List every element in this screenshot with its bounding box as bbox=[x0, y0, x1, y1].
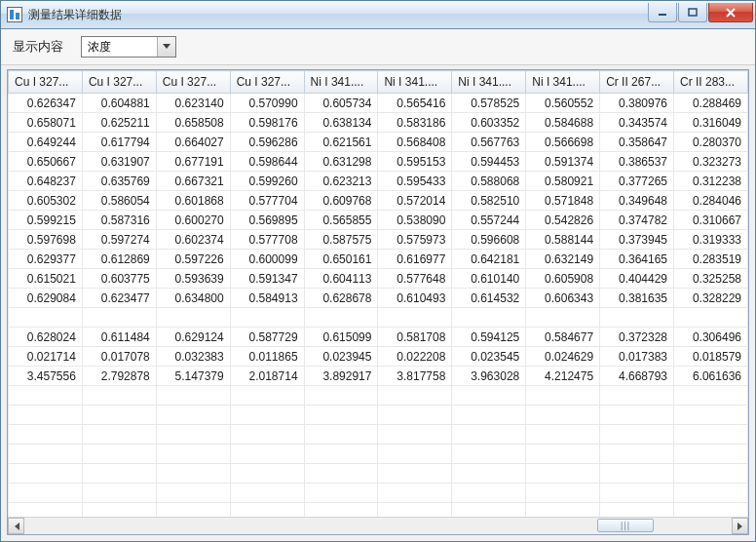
grid-body[interactable]: Cu I 327...Cu I 327...Cu I 327...Cu I 32… bbox=[8, 70, 748, 517]
table-cell bbox=[9, 386, 83, 406]
table-cell bbox=[378, 503, 452, 518]
table-cell: 0.605908 bbox=[526, 269, 600, 289]
table-row[interactable]: 0.6492440.6177940.6640270.5962860.621561… bbox=[9, 133, 748, 152]
table-cell: 0.380976 bbox=[600, 94, 674, 113]
table-cell: 0.609768 bbox=[304, 191, 378, 211]
table-cell: 0.612869 bbox=[82, 250, 156, 269]
table-row[interactable]: 0.6280240.6114840.6291240.5877290.615099… bbox=[9, 328, 748, 347]
table-cell: 0.611484 bbox=[82, 328, 156, 347]
table-cell: 0.364165 bbox=[600, 250, 674, 269]
table-cell: 0.572014 bbox=[378, 191, 452, 211]
title-bar[interactable]: 测量结果详细数据 bbox=[1, 1, 755, 29]
table-cell bbox=[9, 484, 83, 503]
table-cell bbox=[452, 445, 526, 464]
column-header[interactable]: Ni I 341.... bbox=[452, 71, 526, 94]
chevron-down-icon[interactable] bbox=[157, 37, 175, 57]
table-row[interactable]: 0.6580710.6252110.6585080.5981760.638134… bbox=[9, 113, 748, 133]
table-cell: 0.595433 bbox=[378, 172, 452, 191]
table-cell bbox=[674, 308, 748, 328]
column-header[interactable]: Cr II 267... bbox=[600, 71, 674, 94]
table-cell: 0.404429 bbox=[600, 269, 674, 289]
table-cell: 0.599215 bbox=[9, 211, 83, 230]
column-header[interactable]: Cu I 327... bbox=[9, 71, 83, 94]
table-row[interactable]: 0.6482370.6357690.6673210.5992600.623213… bbox=[9, 172, 748, 191]
table-cell: 0.288469 bbox=[674, 94, 748, 113]
table-row[interactable]: 0.6053020.5860540.6018680.5777040.609768… bbox=[9, 191, 748, 211]
table-cell bbox=[304, 445, 378, 464]
table-row[interactable]: 3.4575562.7928785.1473792.0187143.892917… bbox=[9, 367, 748, 386]
table-row[interactable] bbox=[9, 386, 748, 406]
table-row[interactable] bbox=[9, 503, 748, 518]
table-cell bbox=[378, 484, 452, 503]
table-row[interactable] bbox=[9, 484, 748, 503]
table-row[interactable]: 0.6150210.6037750.5936390.5913470.604113… bbox=[9, 269, 748, 289]
table-row[interactable] bbox=[9, 308, 748, 328]
app-icon bbox=[7, 7, 22, 22]
table-row[interactable] bbox=[9, 406, 748, 425]
table-cell: 0.595153 bbox=[378, 152, 452, 172]
horizontal-scrollbar[interactable]: ||| bbox=[8, 517, 748, 534]
table-cell bbox=[304, 308, 378, 328]
column-header[interactable]: Ni I 341.... bbox=[526, 71, 600, 94]
table-row[interactable]: 0.5976980.5972740.6023740.5777080.587575… bbox=[9, 230, 748, 250]
table-cell: 0.599260 bbox=[230, 172, 304, 191]
table-cell bbox=[674, 445, 748, 464]
table-cell: 0.596286 bbox=[230, 133, 304, 152]
table-cell bbox=[378, 445, 452, 464]
table-cell: 0.312238 bbox=[674, 172, 748, 191]
table-cell bbox=[378, 406, 452, 425]
table-row[interactable]: 0.5992150.5873160.6002700.5698950.565855… bbox=[9, 211, 748, 230]
table-cell: 0.570990 bbox=[230, 94, 304, 113]
table-cell bbox=[82, 484, 156, 503]
minimize-button[interactable] bbox=[648, 3, 677, 22]
table-row[interactable]: 0.0217140.0170780.0323830.0118650.023945… bbox=[9, 347, 748, 367]
toolbar: 显示内容 浓度 bbox=[1, 29, 755, 65]
table-row[interactable]: 0.6290840.6234770.6348000.5849130.628678… bbox=[9, 289, 748, 308]
table-cell: 0.629084 bbox=[9, 289, 83, 308]
table-cell bbox=[230, 484, 304, 503]
column-header[interactable]: Cr II 283... bbox=[674, 71, 748, 94]
table-row[interactable]: 0.6263470.6048810.6231400.5709900.605734… bbox=[9, 94, 748, 113]
scroll-track[interactable]: ||| bbox=[24, 518, 732, 534]
table-row[interactable] bbox=[9, 464, 748, 484]
column-header[interactable]: Ni I 341.... bbox=[378, 71, 452, 94]
table-cell: 0.328229 bbox=[674, 289, 748, 308]
table-cell: 0.610140 bbox=[452, 269, 526, 289]
table-cell: 0.629124 bbox=[156, 328, 230, 347]
table-row[interactable] bbox=[9, 425, 748, 445]
table-cell: 0.594453 bbox=[452, 152, 526, 172]
table-cell bbox=[304, 484, 378, 503]
table-cell: 0.568408 bbox=[378, 133, 452, 152]
table-cell bbox=[156, 445, 230, 464]
scroll-thumb[interactable]: ||| bbox=[597, 519, 654, 532]
table-cell bbox=[600, 308, 674, 328]
table-cell bbox=[304, 406, 378, 425]
display-content-combo[interactable]: 浓度 bbox=[81, 36, 176, 58]
table-cell: 0.597226 bbox=[156, 250, 230, 269]
table-cell bbox=[156, 425, 230, 445]
table-cell: 3.892917 bbox=[304, 367, 378, 386]
column-header[interactable]: Cu I 327... bbox=[230, 71, 304, 94]
table-cell: 0.349648 bbox=[600, 191, 674, 211]
table-cell bbox=[156, 484, 230, 503]
column-header[interactable]: Cu I 327... bbox=[156, 71, 230, 94]
table-cell: 3.963028 bbox=[452, 367, 526, 386]
table-cell: 0.614532 bbox=[452, 289, 526, 308]
scroll-right-button[interactable] bbox=[732, 518, 748, 534]
table-row[interactable]: 0.6506670.6319070.6771910.5986440.631298… bbox=[9, 152, 748, 172]
table-cell bbox=[526, 464, 600, 484]
table-cell: 0.011865 bbox=[230, 347, 304, 367]
table-row[interactable] bbox=[9, 445, 748, 464]
table-cell bbox=[452, 308, 526, 328]
table-cell: 0.628678 bbox=[304, 289, 378, 308]
table-cell bbox=[452, 425, 526, 445]
column-header[interactable]: Cu I 327... bbox=[82, 71, 156, 94]
table-row[interactable]: 0.6293770.6128690.5972260.6000990.650161… bbox=[9, 250, 748, 269]
table-cell: 0.588144 bbox=[526, 230, 600, 250]
column-header[interactable]: Ni I 341.... bbox=[304, 71, 378, 94]
table-cell: 0.635769 bbox=[82, 172, 156, 191]
maximize-button[interactable] bbox=[678, 3, 707, 22]
table-cell: 2.792878 bbox=[82, 367, 156, 386]
scroll-left-button[interactable] bbox=[8, 518, 24, 534]
close-button[interactable] bbox=[708, 3, 753, 22]
